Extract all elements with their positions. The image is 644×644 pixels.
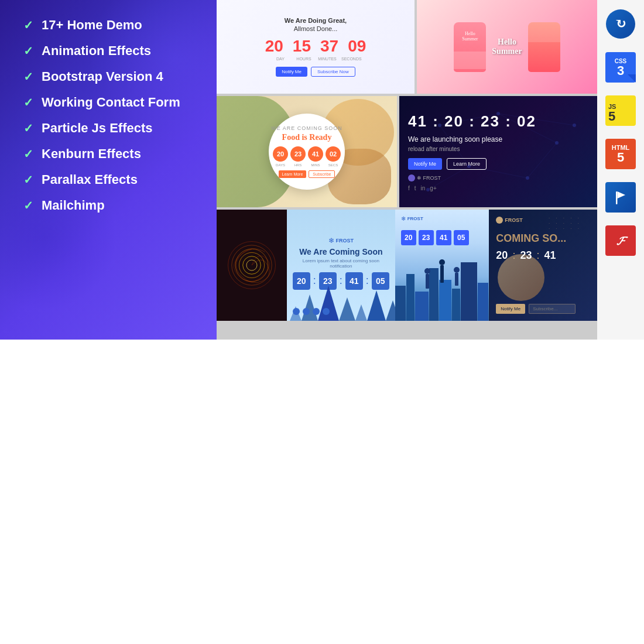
html5-icon[interactable]: HTML 5 xyxy=(605,139,636,169)
html-number: 5 xyxy=(617,151,624,164)
coming-brand: FROST xyxy=(505,217,523,223)
subscribe-btn[interactable]: Subscribe Now xyxy=(311,67,355,77)
coming-subscribe-input[interactable] xyxy=(529,304,576,314)
feature-item-6: ✓ Kenburn Effects xyxy=(23,146,193,162)
count-minutes: 37 xyxy=(320,37,338,56)
dark-title: We are launching soon please xyxy=(408,135,502,143)
frost-icon xyxy=(408,174,415,181)
winter-trees xyxy=(287,286,395,321)
coming-frost-icon xyxy=(496,217,503,224)
flag-icon[interactable] xyxy=(605,182,636,213)
feature-label-1: 17+ Home Demo xyxy=(42,18,142,33)
social-dot-2[interactable] xyxy=(303,308,310,315)
feature-item-7: ✓ Parallax Effects xyxy=(23,172,193,187)
check-icon-5: ✓ xyxy=(23,121,33,135)
winter-social xyxy=(293,308,330,315)
biz-num-4: 05 xyxy=(454,230,469,245)
label-day: DAY xyxy=(271,57,290,61)
middle-row: WE ARE COMING SOON Food is Ready 20 23 4… xyxy=(217,96,597,207)
screenshot-spiral xyxy=(217,210,287,321)
winter-subtitle: Lorem ipsum text about coming soon notif… xyxy=(294,258,388,269)
left-panel: ✓ 17+ Home Demo ✓ Animation Effects ✓ Bo… xyxy=(0,0,217,340)
social-icons: f t in g+ xyxy=(408,185,437,191)
js-number: 5 xyxy=(608,110,615,123)
social-tw[interactable]: t xyxy=(415,185,416,191)
screenshot-winter: ❄ FROST We Are Coming Soon Lorem ipsum t… xyxy=(287,210,395,321)
social-fb[interactable]: f xyxy=(408,185,410,191)
css3-icon[interactable]: CSS 3 xyxy=(605,52,636,83)
frost-logo-dark: ❄ FROST xyxy=(408,174,441,181)
coming-notify-btn[interactable]: Notify Me xyxy=(496,304,525,314)
food-main-title: Food is Ready xyxy=(282,133,332,142)
svg-rect-20 xyxy=(616,191,618,204)
check-icon-1: ✓ xyxy=(23,18,33,32)
check-icon-2: ✓ xyxy=(23,44,33,58)
food-countdown: 20 23 41 02 xyxy=(273,146,341,162)
script-symbol: 𝓕 xyxy=(616,234,625,248)
winter-frost-logo: ❄ FROST xyxy=(328,237,354,245)
social-in[interactable]: in xyxy=(421,185,426,191)
feature-item-8: ✓ Mailchimp xyxy=(23,198,193,213)
check-icon-6: ✓ xyxy=(23,147,33,161)
social-dot-4[interactable] xyxy=(323,308,330,315)
icon-item-js5[interactable]: JS 5 xyxy=(600,90,642,132)
label-hours: HOURS xyxy=(294,57,313,61)
biz-num-2: 23 xyxy=(419,230,434,245)
social-g[interactable]: g+ xyxy=(430,185,436,191)
icon-item-flag[interactable] xyxy=(600,176,642,218)
dark-notify-btn[interactable]: Notify Me xyxy=(408,158,442,170)
bottom-row: ❄ FROST We Are Coming Soon Lorem ipsum t… xyxy=(217,210,597,321)
business-figures xyxy=(424,265,460,289)
script-icon[interactable]: 𝓕 xyxy=(605,225,636,256)
food-num-3: 41 xyxy=(308,146,323,162)
dark-learn-btn[interactable]: Learn More xyxy=(447,158,487,170)
js5-icon[interactable]: JS 5 xyxy=(605,95,636,126)
refresh-icon[interactable]: ↻ xyxy=(606,9,635,39)
icon-item-refresh[interactable]: ↻ xyxy=(600,3,642,45)
countdown-subtitle: Allmost Done... xyxy=(265,25,366,32)
food-num-1: 20 xyxy=(273,146,288,162)
notify-btn[interactable]: Notify Me xyxy=(276,67,307,77)
icon-item-css3[interactable]: CSS 3 xyxy=(600,46,642,88)
biz-frost-logo: ❄ FROST xyxy=(401,215,423,222)
food-num-4: 02 xyxy=(326,146,341,162)
bottom-section xyxy=(0,340,644,644)
screenshot-coming-soon: . . . . .. . . . .. . . . . FROST COMING… xyxy=(489,210,597,321)
feature-label-4: Working Contact Form xyxy=(42,95,180,110)
social-dot-1[interactable] xyxy=(293,308,300,315)
coming-soon-label: COMING SO... xyxy=(496,232,590,245)
biz-num-1: 20 xyxy=(401,230,416,245)
check-icon-8: ✓ xyxy=(23,198,33,213)
coming-sep-1: : xyxy=(512,249,515,262)
css-number: 3 xyxy=(617,64,624,77)
icon-item-script[interactable]: 𝓕 xyxy=(600,220,642,262)
label-minutes: MINUTES xyxy=(318,57,337,61)
main-container: ✓ 17+ Home Demo ✓ Animation Effects ✓ Bo… xyxy=(0,0,644,340)
coming-buttons: Notify Me xyxy=(496,295,590,314)
feature-item-5: ✓ Particle Js Effects xyxy=(23,121,193,136)
screenshot-business: ❄ FROST 20 23 41 05 xyxy=(395,210,489,321)
countdown-title: We Are Doing Great, xyxy=(265,17,366,24)
screenshot-summer: HelloSummer HelloSummer xyxy=(417,0,597,94)
coming-countdown: 20 : 23 : 41 xyxy=(496,249,590,262)
count-days: 20 xyxy=(265,37,283,56)
screenshot-dark-network: 41 : 20 : 23 : 02 We are launching soon … xyxy=(399,96,597,207)
feature-label-7: Parallax Effects xyxy=(42,172,138,187)
frost-label: ❄ FROST xyxy=(417,175,441,181)
social-dot-3[interactable] xyxy=(313,308,320,315)
countdown-demo: We Are Doing Great, Allmost Done... 20 1… xyxy=(265,17,366,77)
coming-num-3: 41 xyxy=(544,249,556,262)
countdown-numbers: 20 15 37 09 xyxy=(265,37,366,56)
count-seconds: 09 xyxy=(348,37,366,56)
flag-svg xyxy=(612,189,629,205)
dark-countdown: 41 : 20 : 23 : 02 xyxy=(408,112,536,131)
feature-label-3: Bootstrap Version 4 xyxy=(42,69,163,84)
biz-num-3: 41 xyxy=(436,230,451,245)
feature-item-4: ✓ Working Contact Form xyxy=(23,95,193,110)
feature-item-3: ✓ Bootstrap Version 4 xyxy=(23,69,193,84)
icon-item-html5[interactable]: HTML 5 xyxy=(600,133,642,175)
coming-num-1: 20 xyxy=(496,249,508,262)
food-labels: DAYS HRS MINS SECS xyxy=(273,163,341,167)
food-btn2[interactable]: Subscribe xyxy=(309,170,335,178)
food-btn1[interactable]: Learn More xyxy=(279,170,307,178)
